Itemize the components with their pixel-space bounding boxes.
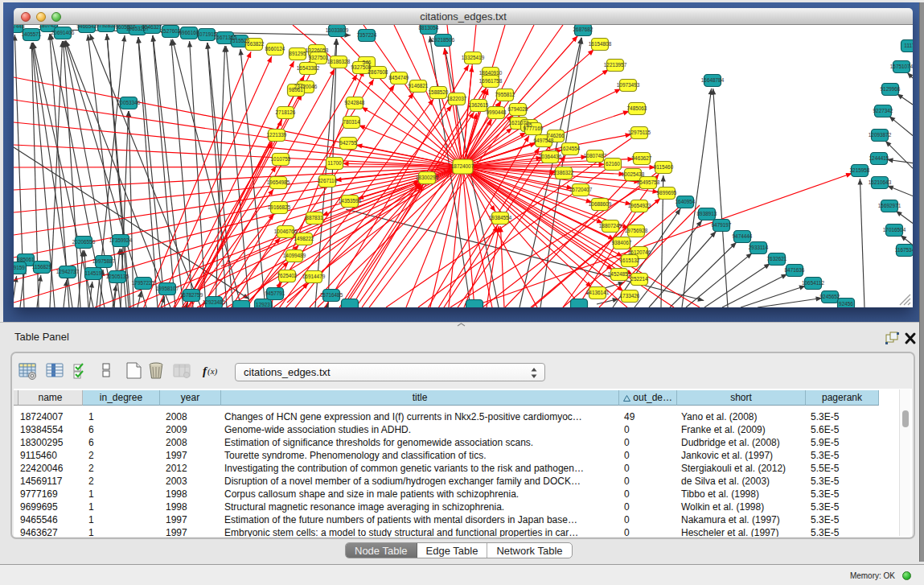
svg-text:1588520: 1588520 <box>429 89 449 95</box>
svg-text:1733426: 1733426 <box>620 293 640 299</box>
svg-text:9474444: 9474444 <box>733 233 753 239</box>
svg-text:9546327: 9546327 <box>142 25 162 30</box>
svg-text:114519: 114519 <box>85 270 102 276</box>
svg-text:15495758: 15495758 <box>637 179 660 185</box>
svg-text:1624554: 1624554 <box>561 146 581 151</box>
svg-text:13226058: 13226058 <box>306 47 329 53</box>
svg-text:8471636: 8471636 <box>785 267 805 273</box>
svg-text:12942737: 12942737 <box>56 269 80 274</box>
svg-text:6794028: 6794028 <box>508 106 528 112</box>
svg-text:9990448: 9990448 <box>487 109 507 115</box>
svg-text:1498222: 1498222 <box>294 236 314 241</box>
svg-text:19975887: 19975887 <box>92 258 116 264</box>
svg-text:7357224: 7357224 <box>357 32 377 38</box>
svg-text:252214: 252214 <box>630 276 648 282</box>
svg-text:7625402: 7625402 <box>277 273 298 278</box>
svg-text:10654112: 10654112 <box>802 280 824 286</box>
svg-text:1640954: 1640954 <box>676 199 696 204</box>
svg-text:10046766: 10046766 <box>274 229 298 234</box>
svg-text:14524851: 14524851 <box>608 271 631 277</box>
svg-text:10973493: 10973493 <box>617 82 640 88</box>
svg-text:20206556: 20206556 <box>72 239 96 245</box>
svg-text:12923: 12923 <box>256 302 270 307</box>
svg-text:12093872: 12093872 <box>869 132 892 138</box>
svg-text:13325419: 13325419 <box>462 55 485 60</box>
svg-text:7632621: 7632621 <box>767 256 787 262</box>
svg-text:1822037: 1822037 <box>447 96 467 101</box>
svg-text:16543382: 16543382 <box>297 65 320 71</box>
svg-text:16154808: 16154808 <box>589 41 612 47</box>
svg-text:19756928: 19756928 <box>625 228 648 233</box>
svg-text:2933114: 2933114 <box>749 245 769 250</box>
svg-text:9899695: 9899695 <box>657 190 677 196</box>
svg-text:15751074: 15751074 <box>890 64 913 69</box>
svg-text:18807249: 18807249 <box>599 223 622 229</box>
svg-text:1615132: 1615132 <box>620 257 640 263</box>
svg-text:9463627: 9463627 <box>632 155 652 161</box>
svg-text:1527602: 1527602 <box>161 28 181 34</box>
svg-text:1827448: 1827448 <box>14 25 25 29</box>
svg-text:11700: 11700 <box>327 160 342 166</box>
svg-text:1405571: 1405571 <box>22 31 42 37</box>
svg-text:887831: 887831 <box>306 215 323 220</box>
svg-text:18640910: 18640910 <box>479 70 503 76</box>
svg-text:19958107: 19958107 <box>156 286 179 291</box>
svg-text:7663822: 7663822 <box>244 41 265 47</box>
svg-text:16033809: 16033809 <box>326 27 349 33</box>
svg-text:9146821: 9146821 <box>409 83 429 89</box>
svg-text:885061: 885061 <box>17 257 35 262</box>
svg-text:14353594: 14353594 <box>339 198 362 204</box>
svg-text:12975115: 12975115 <box>628 130 651 135</box>
svg-text:20691406: 20691406 <box>51 30 75 35</box>
svg-text:10688609: 10688609 <box>589 201 612 207</box>
svg-text:19654923: 19654923 <box>628 203 651 208</box>
svg-text:17016504: 17016504 <box>883 227 906 233</box>
svg-text:1244415: 1244415 <box>869 155 889 161</box>
svg-text:12213957: 12213957 <box>604 62 627 68</box>
svg-text:1156829: 1156829 <box>32 264 52 270</box>
svg-text:98961: 98961 <box>289 87 303 93</box>
svg-text:10807487: 10807487 <box>584 153 607 159</box>
svg-text:62160: 62160 <box>606 161 620 167</box>
svg-text:14099489: 14099489 <box>283 253 306 258</box>
svg-text:12505135: 12505135 <box>106 274 129 279</box>
svg-text:16961758: 16961758 <box>479 78 503 84</box>
svg-text:746266: 746266 <box>547 133 565 138</box>
svg-text:3215958: 3215958 <box>850 167 870 173</box>
svg-text:19384554: 19384554 <box>489 215 512 220</box>
svg-text:8660124: 8660124 <box>265 46 285 51</box>
svg-text:1362615: 1362615 <box>469 102 489 108</box>
svg-text:2718126: 2718126 <box>276 109 296 115</box>
svg-text:10025438: 10025438 <box>622 171 645 177</box>
svg-text:891295: 891295 <box>289 51 306 56</box>
svg-text:1167534: 1167534 <box>895 247 913 253</box>
svg-text:14136141: 14136141 <box>586 290 610 295</box>
svg-text:8938913: 8938913 <box>697 211 717 216</box>
svg-text:16782759: 16782759 <box>180 292 203 298</box>
svg-text:15716485: 15716485 <box>320 292 343 298</box>
svg-text:9384067: 9384067 <box>612 240 632 245</box>
svg-text:9466542: 9466542 <box>77 25 97 29</box>
svg-text:7485063: 7485063 <box>627 105 647 111</box>
svg-text:3267110: 3267110 <box>318 178 338 183</box>
svg-text:8813054: 8813054 <box>419 25 439 31</box>
svg-text:9227342: 9227342 <box>873 108 893 113</box>
svg-text:16648784: 16648784 <box>701 77 725 83</box>
svg-text:19218506: 19218506 <box>432 37 455 43</box>
svg-text:9129966: 9129966 <box>881 86 901 92</box>
svg-text:9792852: 9792852 <box>97 25 117 28</box>
svg-text:16120746: 16120746 <box>628 249 651 255</box>
svg-text:9327503: 9327503 <box>309 55 329 60</box>
svg-text:9777169: 9777169 <box>524 126 544 131</box>
svg-text:18186328: 18186328 <box>327 59 351 64</box>
svg-text:19654985: 19654985 <box>267 179 290 185</box>
svg-text:20364436: 20364436 <box>539 154 562 159</box>
svg-text:9457791: 9457791 <box>265 290 285 296</box>
svg-text:1117: 1117 <box>904 43 913 48</box>
svg-text:(x): (x) <box>207 366 218 377</box>
svg-text:18300295: 18300295 <box>416 175 439 180</box>
svg-text:7955812: 7955812 <box>495 92 515 97</box>
svg-text:17957225: 17957225 <box>132 280 155 286</box>
svg-text:15692971: 15692971 <box>878 203 901 208</box>
svg-text:2867608: 2867608 <box>368 69 388 75</box>
